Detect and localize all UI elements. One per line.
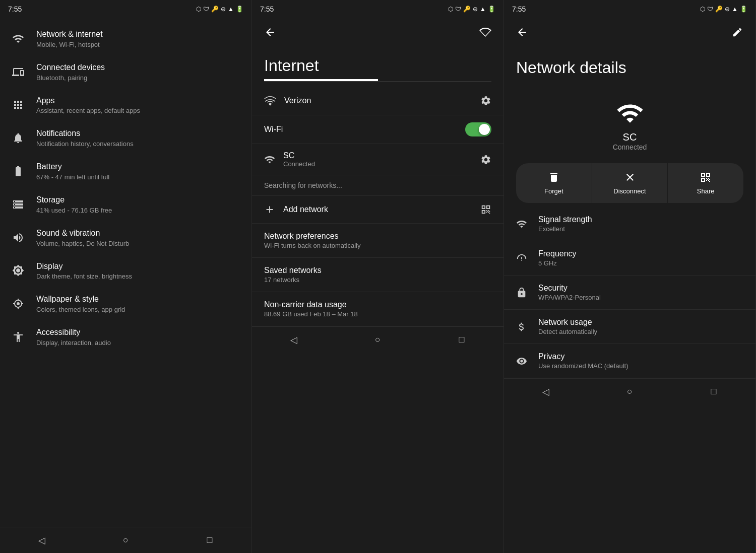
sidebar-item-network[interactable]: Network & internet Mobile, Wi-Fi, hotspo… (0, 22, 251, 55)
network-pref-title: Network preferences (264, 232, 491, 241)
recents-button-3[interactable]: □ (704, 382, 724, 402)
share-button[interactable]: Share (668, 163, 743, 203)
notifications-item-text: Notifications Notification history, conv… (36, 128, 241, 148)
devices-item-subtitle: Bluetooth, pairing (36, 74, 241, 82)
network-settings-icon[interactable] (480, 154, 491, 165)
network-item-title: Network & internet (36, 29, 241, 40)
back-button-2[interactable]: ◁ (284, 330, 304, 350)
status-bar-2: 7:55 ⬡ 🛡 🔑 ⊖ ▲ 🔋 (252, 0, 503, 18)
tab-bar (264, 79, 491, 82)
network-info: SC Connected (283, 151, 472, 168)
home-button-3[interactable]: ○ (619, 382, 640, 402)
add-network-row[interactable]: Add network (252, 196, 503, 224)
eye-icon (516, 356, 530, 367)
battery-settings-icon (10, 163, 26, 179)
hero-connected-status: Connected (613, 143, 647, 151)
searching-text: Searching for networks... (264, 181, 342, 189)
sidebar-item-devices[interactable]: Connected devices Bluetooth, pairing (0, 55, 251, 89)
back-button[interactable]: ◁ (32, 530, 52, 550)
signal-icon-2: ▲ (480, 6, 486, 13)
battery-icon-2: 🔋 (488, 6, 495, 13)
connected-network-row[interactable]: SC Connected (252, 144, 503, 175)
apps-icon (10, 97, 26, 113)
notifications-item-subtitle: Notification history, conversations (36, 140, 241, 148)
sidebar-item-battery[interactable]: Battery 67% - 47 min left until full (0, 155, 251, 188)
home-button-2[interactable]: ○ (367, 330, 388, 350)
minus-icon-2: ⊖ (473, 6, 478, 13)
minus-icon: ⊖ (221, 6, 226, 13)
qr-icon[interactable] (480, 204, 491, 215)
network-usage-info: Network usage Detect automatically (538, 318, 743, 335)
carrier-row[interactable]: Verizon (252, 87, 503, 115)
home-button[interactable]: ○ (115, 530, 136, 550)
storage-item-title: Storage (36, 195, 241, 205)
battery-icon: 🔋 (236, 6, 243, 13)
network-pref-subtitle: Wi-Fi turns back on automatically (264, 242, 491, 249)
status-bar: 7:55 ⬡ 🛡 🔑 ⊖ ▲ 🔋 (0, 0, 251, 18)
data-usage-title: Non-carrier data usage (264, 300, 491, 309)
forget-label: Forget (544, 187, 563, 195)
network-usage-title: Network usage (538, 318, 743, 327)
internet-panel: 7:55 ⬡ 🛡 🔑 ⊖ ▲ 🔋 Internet (252, 0, 504, 553)
sound-item-text: Sound & vibration Volume, haptics, Do No… (36, 228, 241, 247)
security-info: Security WPA/WPA2-Personal (538, 284, 743, 301)
toggle-thumb (479, 124, 490, 135)
signal-strength-row: Signal strength Excellent (504, 207, 755, 241)
signal-title: Signal strength (538, 215, 743, 224)
sidebar-item-apps[interactable]: Apps Assistant, recent apps, default app… (0, 89, 251, 122)
privacy-title: Privacy (538, 352, 743, 361)
forget-button[interactable]: Forget (516, 163, 592, 203)
wifi-label: Wi-Fi (264, 125, 465, 134)
disconnect-label: Disconnect (613, 187, 646, 195)
back-button-3[interactable]: ◁ (536, 382, 556, 402)
wifi-row: Wi-Fi (252, 115, 503, 144)
security-value: WPA/WPA2-Personal (538, 294, 743, 301)
carrier-settings-icon[interactable] (480, 95, 491, 106)
add-network-label: Add network (283, 205, 472, 214)
status-icons: ⬡ 🛡 🔑 ⊖ ▲ 🔋 (196, 6, 243, 13)
recents-button[interactable]: □ (200, 530, 220, 550)
sidebar-item-notifications[interactable]: Notifications Notification history, conv… (0, 121, 251, 155)
connected-wifi-icon (264, 154, 275, 165)
wifi-qr-button[interactable] (475, 22, 495, 42)
tab-inactive[interactable] (378, 79, 492, 81)
saved-networks-item[interactable]: Saved networks 17 networks (252, 258, 503, 292)
network-preferences-item[interactable]: Network preferences Wi-Fi turns back on … (252, 224, 503, 258)
network-details-panel: 7:55 ⬡ 🛡 🔑 ⊖ ▲ 🔋 Network details (504, 0, 756, 553)
shield-icon-3: 🛡 (707, 6, 713, 13)
sidebar-item-accessibility[interactable]: Accessibility Display, interaction, audi… (0, 320, 251, 354)
wifi-toggle[interactable] (465, 122, 491, 136)
tab-active[interactable] (264, 79, 378, 81)
wallpaper-item-text: Wallpaper & style Colors, themed icons, … (36, 294, 241, 313)
shield-icon: 🛡 (203, 6, 209, 13)
accessibility-item-text: Accessibility Display, interaction, audi… (36, 327, 241, 347)
data-usage-subtitle: 88.69 GB used Feb 18 – Mar 18 (264, 310, 491, 318)
sidebar-item-sound[interactable]: Sound & vibration Volume, haptics, Do No… (0, 221, 251, 254)
apps-item-text: Apps Assistant, recent apps, default app… (36, 96, 241, 115)
add-icon (264, 204, 275, 215)
accessibility-item-subtitle: Display, interaction, audio (36, 339, 241, 347)
key-icon: 🔑 (211, 6, 219, 13)
cast-icon-2: ⬡ (448, 6, 453, 13)
wallpaper-item-title: Wallpaper & style (36, 294, 241, 305)
network-usage-value: Detect automatically (538, 328, 743, 335)
back-button-internet[interactable] (260, 22, 280, 42)
data-usage-item[interactable]: Non-carrier data usage 88.69 GB used Feb… (252, 292, 503, 326)
disconnect-button[interactable]: Disconnect (592, 163, 668, 203)
sidebar-item-display[interactable]: Display Dark theme, font size, brightnes… (0, 254, 251, 288)
shield-icon-2: 🛡 (455, 6, 461, 13)
signal-icon-3: ▲ (732, 6, 738, 13)
privacy-info: Privacy Use randomized MAC (default) (538, 352, 743, 370)
back-button-details[interactable] (512, 22, 532, 42)
edit-button[interactable] (727, 22, 747, 42)
bottom-nav-3: ◁ ○ □ (504, 378, 755, 404)
frequency-title: Frequency (538, 249, 743, 258)
recents-button-2[interactable]: □ (452, 330, 472, 350)
details-top-bar (504, 18, 755, 46)
lock-icon (516, 287, 530, 298)
bottom-nav-1: ◁ ○ □ (0, 527, 251, 553)
x-icon (624, 171, 636, 183)
sidebar-item-wallpaper[interactable]: Wallpaper & style Colors, themed icons, … (0, 287, 251, 320)
internet-top-bar (252, 18, 503, 46)
sidebar-item-storage[interactable]: Storage 41% used - 76.16 GB free (0, 188, 251, 221)
